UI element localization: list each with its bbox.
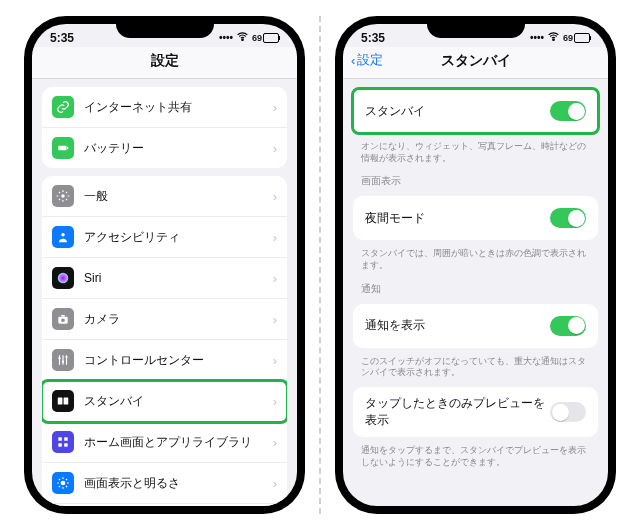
- notch: [116, 16, 214, 38]
- display-header: 画面表示: [361, 174, 590, 188]
- row-label: スタンバイ: [84, 393, 273, 410]
- show-notif-footer: このスイッチがオフになっていても、重大な通知はスタンバイで表示されます。: [361, 356, 590, 379]
- settings-row-camera[interactable]: カメラ›: [42, 299, 287, 340]
- person-icon: [52, 226, 74, 248]
- tap-preview-switch[interactable]: [550, 402, 586, 422]
- row-label: カメラ: [84, 311, 273, 328]
- divider: [319, 16, 321, 514]
- settings-row-control-center[interactable]: コントロールセンター›: [42, 340, 287, 381]
- back-button[interactable]: ‹ 設定: [351, 51, 383, 69]
- row-label: 一般: [84, 188, 273, 205]
- link-icon: [52, 96, 74, 118]
- chevron-right-icon: ›: [273, 100, 277, 115]
- chevron-right-icon: ›: [273, 394, 277, 409]
- night-mode-footer: スタンバイでは、周囲が暗いときは赤の色調で表示されます。: [361, 248, 590, 271]
- wifi-icon: [236, 30, 249, 45]
- grid-icon: [52, 431, 74, 453]
- back-label: 設定: [357, 51, 383, 69]
- settings-row-home-screen[interactable]: ホーム画面とアプリライブラリ›: [42, 422, 287, 463]
- settings-list[interactable]: インターネット共有›バッテリー› 一般›アクセシビリティ›Siri›カメラ›コン…: [32, 79, 297, 506]
- chevron-right-icon: ›: [273, 271, 277, 286]
- chevron-right-icon: ›: [273, 189, 277, 204]
- chevron-right-icon: ›: [273, 141, 277, 156]
- chevron-right-icon: ›: [273, 312, 277, 327]
- phone-left: 5:35 •••• 69 設定 インターネット共有›バッテリー› 一般›アクセシ…: [24, 16, 305, 514]
- page-title: スタンバイ: [441, 52, 511, 68]
- settings-row-search[interactable]: 検索›: [42, 504, 287, 506]
- navbar-left: 設定: [32, 47, 297, 79]
- settings-row-accessibility[interactable]: アクセシビリティ›: [42, 217, 287, 258]
- phone-right: 5:35 •••• 69 ‹ 設定 スタンバイ スタンバイ: [335, 16, 616, 514]
- standby-label: スタンバイ: [365, 103, 550, 120]
- standby-switch[interactable]: [550, 101, 586, 121]
- group-b: 一般›アクセシビリティ›Siri›カメラ›コントロールセンター›スタンバイ›ホー…: [42, 176, 287, 506]
- night-mode-row[interactable]: 夜間モード: [353, 196, 598, 240]
- svg-rect-13: [64, 398, 69, 405]
- row-label: ホーム画面とアプリライブラリ: [84, 434, 273, 451]
- chevron-right-icon: ›: [273, 435, 277, 450]
- night-mode-label: 夜間モード: [365, 210, 550, 227]
- standby-icon: [52, 390, 74, 412]
- show-notif-row[interactable]: 通知を表示: [353, 304, 598, 348]
- show-notif-label: 通知を表示: [365, 317, 550, 334]
- standby-footer: オンになり、ウィジェット、写真フレーム、時計などの情報が表示されます。: [361, 141, 590, 164]
- svg-point-3: [61, 194, 65, 198]
- svg-rect-16: [58, 443, 62, 447]
- notch: [427, 16, 525, 38]
- show-notif-switch[interactable]: [550, 316, 586, 336]
- gear-icon: [52, 185, 74, 207]
- group-a: インターネット共有›バッテリー›: [42, 87, 287, 168]
- svg-rect-14: [58, 437, 62, 441]
- tap-preview-row[interactable]: タップしたときのみプレビューを表示: [353, 387, 598, 437]
- svg-point-7: [61, 318, 65, 322]
- chevron-left-icon: ‹: [351, 53, 355, 68]
- standby-row-group: スタンバイ: [353, 89, 598, 133]
- svg-point-0: [242, 39, 244, 41]
- siri-icon: [52, 267, 74, 289]
- settings-row-internet-share[interactable]: インターネット共有›: [42, 87, 287, 128]
- svg-rect-12: [58, 398, 63, 405]
- settings-row-general[interactable]: 一般›: [42, 176, 287, 217]
- svg-point-11: [65, 356, 67, 358]
- tap-preview-label: タップしたときのみプレビューを表示: [365, 395, 550, 429]
- camera-icon: [52, 308, 74, 330]
- svg-point-9: [58, 357, 60, 359]
- svg-rect-1: [58, 146, 66, 151]
- screen-right: 5:35 •••• 69 ‹ 設定 スタンバイ スタンバイ: [343, 24, 608, 506]
- settings-row-display[interactable]: 画面表示と明るさ›: [42, 463, 287, 504]
- screen-left: 5:35 •••• 69 設定 インターネット共有›バッテリー› 一般›アクセシ…: [32, 24, 297, 506]
- night-mode-group: 夜間モード: [353, 196, 598, 240]
- navbar-right: ‹ 設定 スタンバイ: [343, 47, 608, 79]
- svg-point-25: [553, 39, 555, 41]
- chevron-right-icon: ›: [273, 230, 277, 245]
- row-label: コントロールセンター: [84, 352, 273, 369]
- svg-point-5: [58, 273, 69, 284]
- tap-preview-footer: 通知をタップするまで、スタンバイでプレビューを表示しないようにすることができます…: [361, 445, 590, 468]
- signal-icon: ••••: [530, 32, 544, 43]
- settings-row-battery[interactable]: バッテリー›: [42, 128, 287, 168]
- svg-rect-8: [61, 315, 65, 317]
- battery-icon: [52, 137, 74, 159]
- status-time: 5:35: [361, 31, 385, 45]
- show-notif-group: 通知を表示: [353, 304, 598, 348]
- battery-icon: 69: [563, 33, 590, 43]
- sun-icon: [52, 472, 74, 494]
- row-label: インターネット共有: [84, 99, 273, 116]
- row-label: Siri: [84, 271, 273, 285]
- settings-row-standby[interactable]: スタンバイ›: [42, 381, 287, 422]
- page-title: 設定: [151, 52, 179, 68]
- standby-settings[interactable]: スタンバイ オンになり、ウィジェット、写真フレーム、時計などの情報が表示されます…: [343, 79, 608, 506]
- chevron-right-icon: ›: [273, 353, 277, 368]
- night-mode-switch[interactable]: [550, 208, 586, 228]
- row-label: 画面表示と明るさ: [84, 475, 273, 492]
- row-label: アクセシビリティ: [84, 229, 273, 246]
- standby-toggle-row[interactable]: スタンバイ: [353, 89, 598, 133]
- svg-point-4: [61, 233, 65, 237]
- settings-row-siri[interactable]: Siri›: [42, 258, 287, 299]
- svg-point-18: [61, 481, 66, 486]
- tap-preview-group: タップしたときのみプレビューを表示: [353, 387, 598, 437]
- signal-icon: ••••: [219, 32, 233, 43]
- battery-icon: 69: [252, 33, 279, 43]
- chevron-right-icon: ›: [273, 476, 277, 491]
- sliders-icon: [52, 349, 74, 371]
